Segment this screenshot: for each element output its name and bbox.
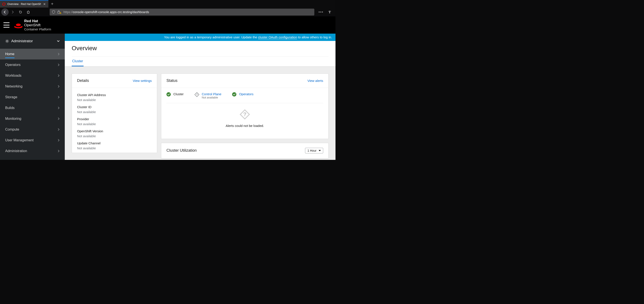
banner-text-suffix: to allow others to log in. xyxy=(297,35,332,39)
details-item-key: OpenShift Version xyxy=(77,129,152,133)
status-item-name[interactable]: Control Plane xyxy=(202,92,222,96)
time-range-value: 1 Hour xyxy=(308,149,316,152)
time-range-dropdown[interactable]: 1 Hour xyxy=(305,148,323,153)
svg-point-7 xyxy=(6,40,8,42)
sidebar-item-workloads[interactable]: Workloads xyxy=(0,70,65,81)
details-item: OpenShift VersionNot available xyxy=(77,129,152,138)
chevron-right-icon xyxy=(58,128,60,131)
reader-icon[interactable] xyxy=(326,8,333,16)
main-content: You are logged in as a temporary adminis… xyxy=(65,34,336,160)
oauth-config-link[interactable]: cluster OAuth configuration xyxy=(258,35,297,39)
details-item-key: Update Channel xyxy=(77,141,152,145)
status-item-sub: Not available xyxy=(202,96,222,99)
sidebar-item-label: Compute xyxy=(5,128,19,132)
auth-banner: You are logged in as a temporary adminis… xyxy=(65,34,336,41)
alerts-empty-state: ? Alerts could not be loaded. xyxy=(166,103,323,134)
sidebar-item-label: Builds xyxy=(5,106,15,110)
details-item: ProviderNot available xyxy=(77,117,152,126)
chevron-right-icon xyxy=(58,150,60,152)
view-alerts-link[interactable]: View alerts xyxy=(308,79,323,83)
sidebar-item-builds[interactable]: Builds xyxy=(0,103,65,113)
page-actions-icon[interactable]: ••• xyxy=(317,8,325,16)
fedora-icon xyxy=(14,22,22,28)
status-ok-icon xyxy=(232,92,236,97)
svg-point-0 xyxy=(2,3,5,5)
sidebar-item-label: Administration xyxy=(5,149,27,153)
details-item-key: Provider xyxy=(77,117,152,121)
new-tab-button[interactable]: + xyxy=(48,0,56,7)
status-title: Status xyxy=(166,78,178,83)
openshift-favicon xyxy=(2,2,6,6)
view-settings-link[interactable]: View settings xyxy=(133,79,152,83)
details-item-key: Cluster ID xyxy=(77,105,152,109)
sidebar-item-label: Operators xyxy=(5,63,20,67)
browser-tab[interactable]: Overview · Red Hat OpenShift C ✕ xyxy=(0,0,48,7)
svg-rect-1 xyxy=(58,12,60,13)
sidebar-item-label: Networking xyxy=(5,84,22,88)
sidebar: Administrator HomeOperatorsWorkloadsNetw… xyxy=(0,34,65,160)
details-item-value: Not available xyxy=(77,98,152,102)
svg-rect-2 xyxy=(60,12,60,13)
sidebar-item-administration[interactable]: Administration xyxy=(0,146,65,156)
banner-text-prefix: You are logged in as a temporary adminis… xyxy=(164,35,258,39)
status-item-control-plane[interactable]: ?Control PlaneNot available xyxy=(194,92,222,99)
browser-toolbar: https://console-openshift-console.apps-c… xyxy=(0,8,336,16)
sidebar-item-label: Monitoring xyxy=(5,117,21,121)
status-item-name[interactable]: Operators xyxy=(239,92,254,96)
brand-logo[interactable]: Red Hat OpenShift Container Platform xyxy=(14,19,51,31)
forward-button[interactable] xyxy=(9,8,16,16)
chevron-right-icon xyxy=(58,117,60,120)
chevron-right-icon xyxy=(58,139,60,142)
details-item-value: Not available xyxy=(77,146,152,150)
reload-button[interactable] xyxy=(17,8,24,16)
chevron-right-icon xyxy=(58,85,60,88)
details-item: Cluster IDNot available xyxy=(77,105,152,114)
details-card: Details View settings Cluster API Addres… xyxy=(72,73,157,153)
browser-chrome: Overview · Red Hat OpenShift C ✕ + https… xyxy=(0,0,336,16)
status-ok-icon xyxy=(166,92,171,97)
sidebar-item-home[interactable]: Home xyxy=(0,49,65,59)
tab-close-icon[interactable]: ✕ xyxy=(43,2,46,6)
sidebar-item-storage[interactable]: Storage xyxy=(0,92,65,103)
tab-strip: Overview · Red Hat OpenShift C ✕ + xyxy=(0,0,336,8)
details-item: Cluster API AddressNot available xyxy=(77,93,152,102)
sidebar-item-user-management[interactable]: User Management xyxy=(0,135,65,146)
svg-point-6 xyxy=(16,23,21,26)
sidebar-item-label: Workloads xyxy=(5,74,21,78)
shield-icon[interactable] xyxy=(52,10,55,14)
sidebar-item-label: Home xyxy=(5,52,14,56)
tab-title: Overview · Red Hat OpenShift C xyxy=(7,2,41,5)
status-card: Status View alerts Cluster?Control Plane… xyxy=(161,73,328,139)
sidebar-item-monitoring[interactable]: Monitoring xyxy=(0,113,65,124)
status-unknown-icon: ? xyxy=(194,92,199,97)
caret-down-icon xyxy=(57,40,60,42)
status-item-operators[interactable]: Operators xyxy=(232,92,254,97)
url-bar[interactable]: https://console-openshift-console.apps-c… xyxy=(50,9,314,15)
caret-down-icon xyxy=(319,150,321,151)
page-header: Overview Cluster xyxy=(65,41,336,67)
tab-cluster[interactable]: Cluster xyxy=(72,57,84,66)
page-tabs: Cluster xyxy=(72,56,328,66)
sidebar-item-label: Storage xyxy=(5,95,17,99)
perspective-label: Administrator xyxy=(11,39,33,43)
sidebar-item-operators[interactable]: Operators xyxy=(0,59,65,70)
chevron-right-icon xyxy=(58,53,60,55)
page-title: Overview xyxy=(72,45,328,56)
details-item-value: Not available xyxy=(77,110,152,114)
home-button[interactable] xyxy=(24,8,32,16)
sidebar-item-networking[interactable]: Networking xyxy=(0,81,65,92)
status-item-cluster: Cluster xyxy=(166,92,184,97)
url-text: https://console-openshift-console.apps-c… xyxy=(64,10,149,14)
unknown-icon: ? xyxy=(239,108,251,121)
back-button[interactable] xyxy=(1,8,9,16)
utilization-card: Cluster Utilization 1 Hour xyxy=(161,143,328,158)
perspective-switcher[interactable]: Administrator xyxy=(0,34,65,49)
details-title: Details xyxy=(77,78,89,83)
chevron-right-icon xyxy=(58,64,60,66)
svg-rect-3 xyxy=(60,13,60,13)
sidebar-item-label: User Management xyxy=(5,138,34,142)
chevron-right-icon xyxy=(58,74,60,77)
nav-toggle-button[interactable] xyxy=(4,22,10,27)
lock-warning-icon[interactable] xyxy=(58,10,61,14)
sidebar-item-compute[interactable]: Compute xyxy=(0,124,65,135)
